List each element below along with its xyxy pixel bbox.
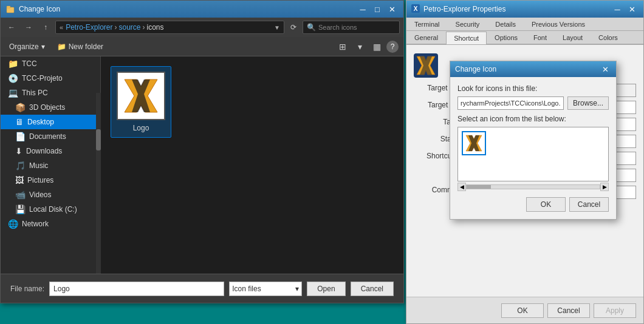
tab-previous-versions[interactable]: Previous Versions xyxy=(524,18,593,30)
sidebar: 📁 TCC 💿 TCC-Projeto 💻 This PC 📦 3D Objec… xyxy=(1,56,101,231)
tab-shortcut[interactable]: Shortcut xyxy=(446,32,487,44)
dialog-icons-area xyxy=(457,127,609,181)
organize-button[interactable]: Organize ▾ xyxy=(5,41,49,52)
filetype-chevron-icon: ▾ xyxy=(295,285,299,293)
videos-label: Videos xyxy=(29,191,51,199)
sidebar-item-music[interactable]: 🎵 Music xyxy=(1,158,100,173)
tab-details-label: Details xyxy=(495,21,516,28)
explorer-title-text: Change Icon xyxy=(19,5,356,13)
scroll-right-button[interactable]: ▶ xyxy=(600,183,609,191)
dialog-file-input[interactable] xyxy=(457,96,564,110)
tab-options[interactable]: Options xyxy=(487,31,526,44)
tab-security-label: Security xyxy=(456,21,480,28)
prop-title-text: Petro-Explorer Properties xyxy=(423,5,611,13)
svg-text:X: X xyxy=(414,5,418,12)
sidebar-item-this-pc[interactable]: 💻 This PC xyxy=(1,86,100,100)
desktop-label: Desktop xyxy=(27,118,54,126)
cancel-file-button[interactable]: Cancel xyxy=(351,282,394,296)
prop-cancel-button[interactable]: Cancel xyxy=(547,303,590,318)
sidebar-item-network[interactable]: 🌐 Network xyxy=(1,217,100,231)
sidebar-item-downloads[interactable]: ⬇ Downloads xyxy=(1,144,100,158)
sidebar-item-desktop[interactable]: 🖥 Desktop xyxy=(1,115,100,129)
address-sep-1: › xyxy=(115,23,117,32)
scroll-left-button[interactable]: ◀ xyxy=(457,183,466,191)
tab-previous-versions-label: Previous Versions xyxy=(532,21,585,28)
filetype-label: Icon files xyxy=(232,285,261,293)
tab-general-label: General xyxy=(414,34,438,41)
tab-security[interactable]: Security xyxy=(448,18,488,30)
3d-objects-icon: 📦 xyxy=(15,103,26,112)
dialog-browse-button[interactable]: Browse... xyxy=(567,96,609,110)
sidebar-item-documents[interactable]: 📄 Documents xyxy=(1,129,100,144)
sidebar-item-tcc[interactable]: 📁 TCC xyxy=(1,56,100,71)
tab-terminal[interactable]: Terminal xyxy=(406,18,448,30)
sidebar-item-local-disk[interactable]: 💾 Local Disk (C:) xyxy=(1,202,100,217)
dialog-ok-button[interactable]: OK xyxy=(526,197,566,212)
icons-horizontal-scrollbar[interactable]: ◀ ▶ xyxy=(457,183,609,191)
sidebar-item-3d-objects[interactable]: 📦 3D Objects xyxy=(1,100,100,115)
props-tabs-row1: Terminal Security Details Previous Versi… xyxy=(406,18,643,31)
dialog-icons-label: Select an icon from the list below: xyxy=(457,115,609,123)
new-folder-button[interactable]: 📁 New folder xyxy=(53,41,107,52)
tab-options-label: Options xyxy=(495,34,518,41)
address-crumb-3: icons xyxy=(147,23,164,32)
icons-area-wrapper: ◀ ▶ xyxy=(457,127,609,191)
3d-objects-label: 3D Objects xyxy=(29,103,65,112)
bottom-bar: File name: Icon files ▾ Open Cancel xyxy=(1,274,403,303)
sidebar-item-tcc-projeto[interactable]: 💿 TCC-Projeto xyxy=(1,71,100,86)
view-chevron-button[interactable]: ▾ xyxy=(352,39,367,54)
svg-rect-1 xyxy=(7,6,10,8)
change-icon-dialog: Change Icon ✕ Look for icons in this fil… xyxy=(450,61,617,220)
help-button[interactable]: ? xyxy=(386,41,399,53)
explorer-title-bar: Change Icon ─ □ ✕ xyxy=(1,1,403,18)
maximize-button[interactable]: □ xyxy=(371,3,384,15)
view-pane-button[interactable]: ▦ xyxy=(369,39,384,54)
tab-font-label: Font xyxy=(533,34,547,41)
this-pc-icon: 💻 xyxy=(8,88,18,98)
tab-font[interactable]: Font xyxy=(526,31,555,44)
tab-general[interactable]: General xyxy=(406,31,446,44)
forward-button[interactable]: → xyxy=(21,20,36,35)
search-box[interactable]: 🔍 Search icons xyxy=(303,21,400,34)
minimize-button[interactable]: ─ xyxy=(356,3,369,15)
tab-details[interactable]: Details xyxy=(487,18,524,30)
address-bar[interactable]: « Petro-Explorer › source › icons ▼ xyxy=(55,21,284,34)
refresh-button[interactable]: ⟳ xyxy=(287,21,300,34)
search-icon: 🔍 xyxy=(307,23,316,32)
view-layout-button[interactable]: ⊞ xyxy=(335,39,350,54)
title-bar-buttons: ─ □ ✕ xyxy=(356,3,399,15)
dialog-icon-item-0[interactable] xyxy=(462,131,486,155)
prop-close-button[interactable]: ✕ xyxy=(625,3,639,15)
sidebar-wrapper: 📁 TCC 💿 TCC-Projeto 💻 This PC 📦 3D Objec… xyxy=(1,56,101,274)
sidebar-scrollbar-track[interactable] xyxy=(96,93,101,231)
filename-label: File name: xyxy=(10,285,44,293)
dialog-body: Look for icons in this file: Browse... S… xyxy=(450,77,616,219)
address-left-arrow: « xyxy=(60,24,63,31)
up-button[interactable]: ↑ xyxy=(38,20,53,35)
dialog-cancel-button[interactable]: Cancel xyxy=(569,197,609,212)
prop-minimize-button[interactable]: ─ xyxy=(611,3,624,15)
tab-layout[interactable]: Layout xyxy=(555,31,591,44)
music-icon: 🎵 xyxy=(15,161,26,170)
address-dropdown-icon: ▼ xyxy=(274,24,280,31)
filetype-select[interactable]: Icon files ▾ xyxy=(229,282,302,296)
organize-label: Organize xyxy=(9,42,39,51)
filename-input[interactable] xyxy=(49,282,224,296)
close-button[interactable]: ✕ xyxy=(385,3,399,15)
logo-file-item[interactable]: Logo xyxy=(111,66,171,138)
sidebar-item-pictures[interactable]: 🖼 Pictures xyxy=(1,173,100,187)
dialog-button-row: OK Cancel xyxy=(457,197,609,212)
sidebar-item-videos[interactable]: 📹 Videos xyxy=(1,187,100,202)
prop-apply-button[interactable]: Apply xyxy=(594,303,636,318)
prop-ok-button[interactable]: OK xyxy=(501,303,544,318)
back-button[interactable]: ← xyxy=(4,20,19,35)
open-button[interactable]: Open xyxy=(307,282,345,296)
network-label: Network xyxy=(22,220,49,228)
dialog-close-button[interactable]: ✕ xyxy=(599,64,611,75)
downloads-label: Downloads xyxy=(26,147,62,155)
nav-bar: ← → ↑ « Petro-Explorer › source › icons … xyxy=(1,18,403,37)
tcc-projeto-label: TCC-Projeto xyxy=(22,74,63,83)
content-area: Logo xyxy=(101,56,403,274)
scroll-track[interactable] xyxy=(466,184,600,189)
tab-colors[interactable]: Colors xyxy=(591,31,626,44)
